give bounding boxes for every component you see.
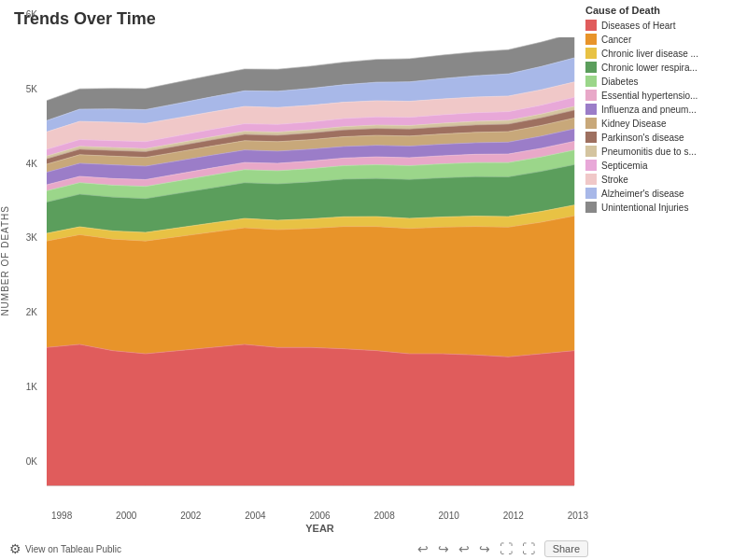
legend-item: Alzheimer's disease [585,188,742,199]
legend-color-11 [585,174,597,185]
footer: ⚙ View on Tableau Public ↩ ↪ ↩ ↪ ⛶ ⛶ Sha… [0,540,598,557]
undo-icon[interactable]: ↩ [417,541,429,556]
legend-color-10 [585,160,597,171]
legend-color-12 [585,188,597,199]
legend-item: Influenza and pneum... [585,104,742,115]
legend-item: Parkinson's disease [585,132,742,143]
legend-item: Diabetes [585,76,742,87]
x-tick: 2010 [439,511,459,521]
redo-icon[interactable]: ↪ [438,541,449,556]
reset-icon[interactable]: ↩ [458,541,470,556]
legend-color-6 [585,104,597,115]
legend-label-12: Alzheimer's disease [601,189,684,199]
tableau-link[interactable]: ⚙ View on Tableau Public [9,541,121,556]
x-tick: 2000 [116,511,136,521]
legend-label-0: Diseases of Heart [601,21,675,31]
legend-item: Kidney Disease [585,118,742,129]
legend-title: Cause of Death [585,5,742,16]
chart-svg: 0K1K2K3K4K5K6K [47,37,584,495]
fullscreen-icon[interactable]: ⛶ [522,541,535,556]
forward-icon[interactable]: ↪ [479,541,490,556]
legend-label-6: Influenza and pneum... [601,105,697,115]
x-tick: 2006 [309,511,330,521]
legend-color-9 [585,146,597,157]
legend-item: Cancer [585,34,742,45]
legend-item: Septicemia [585,160,742,171]
legend-label-1: Cancer [601,35,631,45]
legend-item: Unintentional Injuries [585,202,742,213]
legend-label-10: Septicemia [601,161,647,171]
chart-series-0 [47,344,574,485]
legend-color-5 [585,90,597,101]
legend-label-8: Parkinson's disease [601,133,684,143]
legend-label-7: Kidney Disease [601,119,666,129]
legend-color-3 [585,62,597,73]
x-tick: 2013 [568,511,588,521]
legend-item: Diseases of Heart [585,20,742,31]
y-tick: 4K [26,159,37,169]
legend-label-13: Unintentional Injuries [601,203,688,213]
legend-color-4 [585,76,597,87]
x-tick: 2004 [245,511,265,521]
legend: Cause of Death Diseases of HeartCancerCh… [585,5,742,216]
tableau-label: View on Tableau Public [25,544,121,554]
y-tick: 0K [26,456,37,467]
legend-label-3: Chronic lower respira... [601,63,698,73]
legend-item: Chronic lower respira... [585,62,742,73]
legend-color-0 [585,20,597,31]
legend-color-1 [585,34,597,45]
x-tick: 2002 [180,511,201,521]
legend-color-2 [585,48,597,59]
share-button[interactable]: Share [544,540,588,557]
x-tick: 2008 [374,511,394,521]
y-ticks: 6K5K4K3K2K1K0K [9,9,37,467]
main-container: Trends Over Time NUMBER OF DEATHS 6K5K4K… [0,0,747,560]
legend-color-13 [585,202,597,213]
legend-label-4: Diabetes [601,77,638,87]
legend-label-5: Essential hypertensio... [601,91,698,101]
legend-color-7 [585,118,597,129]
legend-label-11: Stroke [601,175,628,185]
x-axis-label: YEAR [51,523,588,534]
legend-color-8 [585,132,597,143]
x-ticks: 199820002002200420062008201020122013 [51,511,588,521]
y-tick: 6K [26,9,37,20]
x-tick: 1998 [51,511,72,521]
legend-item: Essential hypertensio... [585,90,742,101]
y-tick: 1K [26,382,37,392]
y-tick: 3K [26,232,37,243]
x-tick: 2012 [503,511,524,521]
legend-item: Stroke [585,174,742,185]
legend-label-9: Pneumonitis due to s... [601,147,697,157]
footer-icons: ↩ ↪ ↩ ↪ ⛶ ⛶ Share [417,540,588,557]
y-tick: 5K [26,84,37,94]
chart-area: 0K1K2K3K4K5K6K [47,37,584,495]
legend-item: Pneumonitis due to s... [585,146,742,157]
legend-label-2: Chronic liver disease ... [601,49,698,59]
legend-item: Chronic liver disease ... [585,48,742,59]
y-tick: 2K [26,307,37,317]
expand-icon[interactable]: ⛶ [500,541,513,556]
